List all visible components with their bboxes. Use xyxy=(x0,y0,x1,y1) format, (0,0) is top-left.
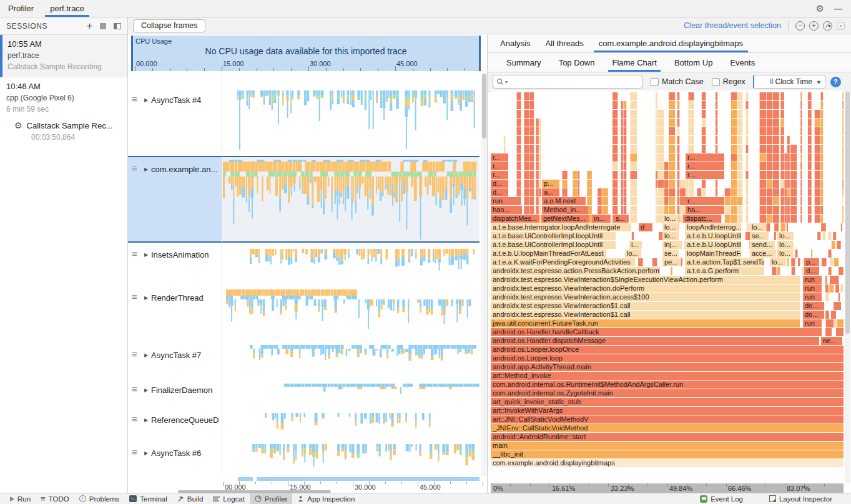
drag-handle-icon[interactable]: ≡ xyxy=(132,95,137,103)
flame-node[interactable] xyxy=(833,276,838,284)
status-item-app-inspection[interactable]: App Inspection xyxy=(292,493,360,504)
flame-node[interactable]: run xyxy=(803,284,822,293)
analysis-subtab-summary[interactable]: Summary xyxy=(498,54,550,72)
flame-node[interactable] xyxy=(826,319,834,327)
session-child-recording[interactable]: ⚙Callstack Sample Rec... xyxy=(6,114,122,130)
flame-node[interactable]: p... xyxy=(804,258,819,266)
flame-node[interactable] xyxy=(837,319,844,327)
flame-node[interactable]: a.t.e.base.Interrogator.loopAndInterroga… xyxy=(491,223,631,231)
expand-arrow-icon[interactable]: ▶ xyxy=(144,387,148,393)
flame-node[interactable]: se... xyxy=(750,232,769,240)
flame-node[interactable]: androidx.test.espresso.ViewInteraction.a… xyxy=(491,293,800,301)
search-input[interactable]: ▾ xyxy=(493,75,642,89)
flame-node[interactable]: se... xyxy=(662,250,679,258)
thread-row[interactable]: ≡▶ReferenceQueueD xyxy=(128,407,480,439)
flame-node[interactable] xyxy=(831,311,836,319)
flame-node[interactable]: com.example.android.displayingbitmaps xyxy=(491,459,844,467)
expand-arrow-icon[interactable]: ▶ xyxy=(144,352,148,358)
analysis-tab-all-threads[interactable]: All threads xyxy=(538,35,591,52)
settings-gear-icon[interactable]: ⚙ xyxy=(816,3,824,14)
flame-node[interactable]: run xyxy=(803,319,822,327)
expand-arrow-icon[interactable]: ▶ xyxy=(144,417,148,423)
analysis-subtab-bottom-up[interactable]: Bottom Up xyxy=(666,54,721,72)
flame-node[interactable]: a.t.e.base.UiControllerImpl.loopUntil xyxy=(491,232,616,240)
session-item[interactable]: 10:46 AMcpp (Google Pixel 6)6 min 59 sec… xyxy=(0,77,127,147)
flame-node[interactable]: a.t.e.b.U.loopUntil xyxy=(685,241,741,249)
flame-node[interactable]: d xyxy=(639,223,652,231)
flame-node[interactable]: run xyxy=(803,276,822,284)
flame-node[interactable]: androidx.test.espresso.ViewInteraction$1… xyxy=(491,302,800,310)
expand-arrow-icon[interactable]: ▶ xyxy=(144,97,148,103)
flame-node[interactable]: lo... xyxy=(777,241,794,249)
flame-node[interactable]: a.t.e.action.Tap$1.sendTap xyxy=(685,258,764,266)
status-item-event-log[interactable]: Event Log xyxy=(695,493,748,504)
flame-node[interactable]: loopAndInterrog... xyxy=(685,223,741,231)
flame-node[interactable]: do... xyxy=(803,302,824,310)
flame-node[interactable]: a.t.e.b.U.loopMainThreadForAtLeast xyxy=(491,250,606,258)
thread-activity-chart[interactable] xyxy=(222,439,480,476)
analysis-tab-analysis[interactable]: Analysis xyxy=(493,35,538,52)
flame-node[interactable]: lo... xyxy=(662,232,679,240)
flame-node[interactable]: r... xyxy=(686,171,724,179)
flame-node[interactable]: a... xyxy=(542,188,559,196)
flame-node[interactable]: d... xyxy=(491,188,508,196)
flame-node[interactable] xyxy=(825,328,832,336)
flame-node[interactable]: lo... xyxy=(625,250,641,258)
status-item-layout-inspector[interactable]: Layout Inspector xyxy=(764,493,837,504)
flame-node[interactable] xyxy=(835,284,839,293)
drag-handle-icon[interactable]: ≡ xyxy=(132,164,137,172)
expand-arrow-icon[interactable]: ▶ xyxy=(144,450,148,456)
flame-node[interactable]: com.android.internal.os.RuntimeInit$Meth… xyxy=(491,380,844,389)
flame-node[interactable]: lo... xyxy=(750,223,766,231)
flame-node[interactable]: a.t.e.a.K.waitForPendingForegroundActivi… xyxy=(491,258,634,266)
flame-node[interactable]: run xyxy=(803,293,822,301)
flame-node[interactable]: s... xyxy=(614,215,629,223)
thread-activity-chart[interactable] xyxy=(222,340,480,377)
threads-vertical-scrollbar[interactable] xyxy=(481,73,487,476)
cpu-usage-banner[interactable]: CPU Usage No CPU usage data available fo… xyxy=(131,36,481,71)
regex-box-icon[interactable] xyxy=(712,78,720,86)
drag-handle-icon[interactable]: ≡ xyxy=(132,448,137,456)
thread-activity-chart[interactable] xyxy=(222,157,480,241)
flame-node[interactable] xyxy=(836,328,844,336)
minimize-icon[interactable]: — xyxy=(834,4,842,13)
flame-node[interactable]: in... xyxy=(592,215,611,223)
status-item-problems[interactable]: !Problems xyxy=(74,493,125,504)
flame-node[interactable]: a.t.e.a.G.perform xyxy=(685,267,764,275)
flame-node[interactable]: android.app.ActivityThread.main xyxy=(491,363,844,371)
flame-node[interactable]: inj... xyxy=(662,241,681,249)
flame-node[interactable]: android.os.Looper.loopOnce xyxy=(491,346,844,354)
flame-node[interactable]: pe... xyxy=(662,258,681,266)
flame-node[interactable]: android.os.Handler.dispatchMessage xyxy=(491,337,819,345)
drag-handle-icon[interactable]: ≡ xyxy=(132,415,137,423)
flame-vertical-scrollbar[interactable] xyxy=(845,91,850,483)
flame-node[interactable]: p... xyxy=(542,180,559,188)
analysis-subtab-flame-chart[interactable]: Flame Chart xyxy=(603,54,666,72)
flame-node[interactable]: art::JNI::CallStaticVoidMethodV xyxy=(491,415,844,424)
status-item-logcat[interactable]: Logcat xyxy=(208,493,250,504)
add-session-icon[interactable]: + xyxy=(87,22,92,31)
expand-arrow-icon[interactable]: ▶ xyxy=(144,167,148,172)
thread-row[interactable]: ≡▶AsyncTask #4 xyxy=(128,73,480,156)
timeline-range-bar[interactable] xyxy=(238,477,253,481)
drag-handle-icon[interactable]: ≡ xyxy=(132,350,137,358)
collapse-sessions-panel-icon[interactable] xyxy=(114,23,121,29)
flame-node[interactable]: send... xyxy=(750,241,775,249)
flame-node[interactable]: loopMainThreadF... xyxy=(685,250,741,258)
thread-row[interactable]: ≡▶com.example.an... xyxy=(128,156,480,243)
flame-node[interactable]: lo... xyxy=(662,223,679,231)
analysis-subtab-events[interactable]: Events xyxy=(721,54,764,72)
flame-node[interactable]: androidx.test.espresso.ViewInteraction$1… xyxy=(491,311,800,319)
flame-chart[interactable]: r...r...r...r...r...r...d...p...d...a...… xyxy=(491,90,844,483)
zoom-out-icon[interactable]: − xyxy=(795,21,805,31)
flame-node[interactable]: d... xyxy=(804,267,819,275)
thread-activity-chart[interactable] xyxy=(222,73,480,156)
flame-node[interactable]: dispatchMes... xyxy=(491,215,539,223)
flame-node[interactable]: i... xyxy=(629,241,642,249)
flame-node[interactable]: do... xyxy=(803,311,824,319)
flame-node[interactable]: art::Method_invoke xyxy=(491,372,844,380)
flame-node[interactable]: lo... xyxy=(662,215,679,223)
window-tab-perf-trace[interactable]: perf.trace xyxy=(42,0,92,17)
flame-node[interactable]: _JNIEnv::CallStaticVoidMethod xyxy=(491,424,844,432)
match-case-box-icon[interactable] xyxy=(651,78,659,86)
